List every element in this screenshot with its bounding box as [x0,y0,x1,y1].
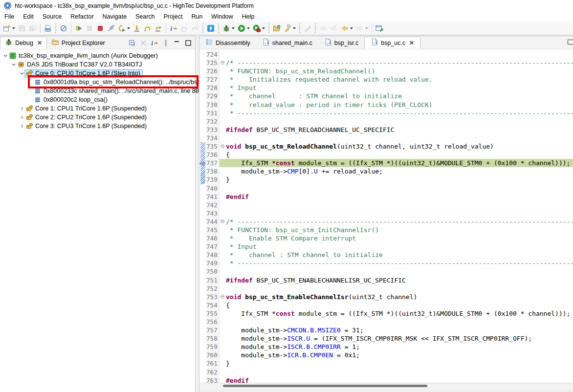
dropdown-arrow-icon[interactable] [350,27,353,29]
menu-item-file[interactable]: File [0,12,19,21]
line-number[interactable]: 733 [206,126,220,134]
binary-file-button[interactable]: 010 [43,22,53,34]
code-line-737[interactable]: 737 Ifx_STM *const module_stm = ((Ifx_ST… [206,159,573,167]
line-number[interactable]: 748 [206,251,220,259]
code-line-756[interactable]: 756 [206,318,573,326]
code-editor[interactable]: 724725/* -------------------------------… [199,49,573,383]
line-number[interactable]: 750 [206,267,220,276]
line-number[interactable]: 740 [206,184,220,193]
line-number[interactable]: 729 [206,92,220,100]
line-number[interactable]: 731 [206,109,220,117]
code-line-734[interactable]: 734 [206,134,573,142]
line-number[interactable]: 746 [206,234,220,242]
restart-button[interactable] [116,22,132,34]
code-line-759[interactable]: 759 module_stm->ISCR.B.CMP0IRR = 1; [206,343,573,351]
code-line-729[interactable]: 729 * channel : STM channel to initializ… [206,92,573,100]
code-line-742[interactable]: 742 [206,201,573,209]
line-number[interactable]: 727 [206,75,220,84]
line-number[interactable]: 739 [206,175,220,184]
dropdown-arrow-icon[interactable] [293,27,296,29]
code-line-757[interactable]: 757 module_stm->CMCON.B.MSIZE0 = 31; [206,326,573,334]
editor-tab-bsp-isr-c[interactable]: .cbsp_isr.c [318,37,364,49]
fold-collapse-icon[interactable] [220,293,226,301]
close-tab-icon[interactable] [409,40,414,45]
tree-row[interactable]: Core 2: CPU2 TriCore 1.6P (Suspended) [0,113,195,122]
step-over-button[interactable] [142,22,153,34]
line-number[interactable]: 749 [206,259,220,267]
fold-collapse-icon[interactable] [220,59,226,67]
line-number[interactable]: 730 [206,101,220,109]
menu-item-project[interactable]: Project [159,12,187,21]
code-line-761[interactable]: 761} [206,359,573,368]
expander-closed-icon[interactable] [19,115,25,119]
code-line-746[interactable]: 746 * Enable STM Compare interrupt [206,234,573,242]
code-line-738[interactable]: 738 module_stm->CMP[0].U += reload_value… [206,167,573,175]
dropdown-arrow-icon[interactable] [12,27,15,29]
code-line-745[interactable]: 745 * FUNCTION: bsp_uc_stm_InitChannelIs… [206,226,573,234]
tree-row[interactable]: 0x800020c2 loop_csa() [0,95,195,104]
instruction-stepping-button[interactable]: i [168,22,179,34]
code-line-763[interactable]: 763#endif [206,376,573,383]
code-line-735[interactable]: 735void bsp_uc_stm_ReloadChannel(uint32_… [206,142,573,151]
dropdown-arrow-icon[interactable] [365,27,368,29]
expander-closed-icon[interactable] [19,124,25,128]
step-return-button[interactable] [153,22,164,34]
horizontal-scrollbar-thumb[interactable] [223,385,427,387]
code-line-725[interactable]: 725/* ----------------------------------… [206,59,573,67]
disconnect-button[interactable] [106,22,116,34]
tree-row[interactable]: Core 3: CPU3 TriCore 1.6P (Suspended) [0,122,195,131]
line-number[interactable]: 759 [206,343,220,351]
dropdown-arrow-icon[interactable] [127,27,130,29]
tree-row[interactable]: 0x80001d9a bsp_uc_stm_ReloadChannel(): .… [0,78,195,87]
line-number[interactable]: 734 [206,134,220,142]
code-line-747[interactable]: 747 * Input [206,242,573,251]
tree-row[interactable]: Core 1: CPU1 TriCore 1.6P (Suspended) [0,104,195,113]
code-line-740[interactable]: 740 [206,184,573,193]
line-number[interactable]: 728 [206,84,220,92]
code-line-724[interactable]: 724 [206,50,573,59]
code-line-743[interactable]: 743 [206,209,573,218]
code-line-744[interactable]: 744/* ----------------------------------… [206,218,573,226]
line-number[interactable]: 758 [206,334,220,343]
code-line-732[interactable]: 732 [206,117,573,126]
code-line-754[interactable]: 754{ [206,301,573,309]
line-number[interactable]: 761 [206,359,220,368]
code-line-753[interactable]: 753void bsp_uc_stm_EnableChannelIsr(uint… [206,293,573,301]
flash-programmer-button[interactable] [205,22,216,34]
line-number[interactable]: 736 [206,151,220,159]
editor-minimize-icon[interactable] [568,40,573,44]
dropdown-arrow-icon[interactable] [247,27,250,29]
profile-button[interactable] [251,22,266,34]
code-line-730[interactable]: 730 * reload_value : period in timer tic… [206,101,573,109]
line-number[interactable]: 754 [206,301,220,309]
instruction-stepping-mode-button[interactable]: i [151,39,158,47]
horizontal-scrollbar[interactable] [199,383,573,389]
line-number[interactable]: 724 [206,50,220,59]
line-number[interactable]: 738 [206,167,220,175]
fold-collapse-icon[interactable] [220,142,226,151]
line-number[interactable]: 725 [206,59,220,67]
code-line-728[interactable]: 728 * Input [206,84,573,92]
tree-row[interactable]: 0x8000233c shared_main(): ../src/shared_… [0,87,195,95]
new-wizard-button[interactable] [1,22,17,34]
code-line-736[interactable]: 736{ [206,151,573,159]
line-number[interactable]: 751 [206,276,220,284]
maximize-button[interactable] [184,39,192,47]
editor-tab-bsp-uc-c[interactable]: .cbsp_uc.c [364,37,420,49]
pin-editor-button[interactable] [374,22,385,34]
code-line-760[interactable]: 760 module_stm->ICR.B.CMP0EN = 0x1; [206,351,573,359]
line-number[interactable]: 737 [206,159,220,167]
expander-open-icon[interactable] [2,54,8,58]
close-tab-icon[interactable] [37,40,42,45]
terminate-button[interactable] [95,22,106,34]
menu-item-help[interactable]: Help [238,12,259,21]
editor-tab-disassembly[interactable]: Disassembly [199,37,256,49]
view-tab-debug[interactable]: Debug [0,37,47,49]
menu-item-source[interactable]: Source [38,12,66,21]
code-line-752[interactable]: 752 [206,284,573,293]
view-tab-project-explorer[interactable]: Project Explorer [47,37,110,49]
code-line-762[interactable]: 762 [206,368,573,376]
code-line-749[interactable]: 749 * ----------------------------------… [206,259,573,267]
dropdown-arrow-icon[interactable] [262,27,265,29]
tree-row[interactable]: Core 0: CPU0 TriCore 1.6P (Step Into) [0,69,195,78]
